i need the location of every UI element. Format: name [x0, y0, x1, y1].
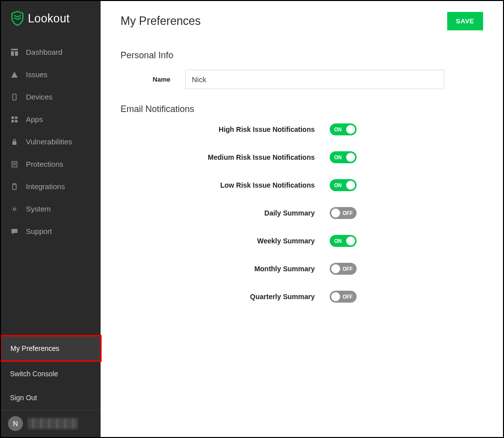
svg-rect-5	[15, 116, 17, 119]
sidebar-item-label: Switch Console	[10, 370, 58, 378]
toggle-state-text: ON	[334, 127, 342, 132]
section-title-email-notifications: Email Notifications	[121, 104, 483, 114]
sidebar-item-switch-console[interactable]: Switch Console	[1, 362, 101, 386]
toggle-row: Low Risk Issue NotificationsON	[121, 179, 483, 191]
dashboard-icon	[11, 49, 19, 56]
toggle-switch[interactable]: OFF	[330, 207, 357, 219]
toggle-state-text: OFF	[343, 211, 353, 216]
toggle-label: Medium Risk Issue Notifications	[121, 153, 315, 161]
toggle-state-text: ON	[334, 155, 342, 160]
toggle-label: Daily Summary	[121, 209, 315, 217]
lock-icon	[11, 138, 19, 145]
svg-rect-9	[12, 161, 17, 167]
nav-main: Dashboard Issues Devices Apps Vulnerabil…	[1, 38, 101, 242]
sidebar-item-issues[interactable]: Issues	[1, 63, 101, 86]
page-title: My Preferences	[121, 14, 201, 28]
sidebar: Lookout Dashboard Issues Devices Apps	[1, 1, 101, 437]
svg-rect-4	[11, 116, 14, 119]
toggle-row: Monthly SummaryOFF	[121, 263, 483, 275]
svg-rect-3	[13, 94, 16, 100]
name-input[interactable]	[185, 70, 444, 89]
logo-row: Lookout	[1, 1, 101, 38]
toggle-switch[interactable]: ON	[330, 151, 357, 163]
svg-rect-1	[11, 51, 14, 56]
warning-icon	[11, 71, 19, 78]
toggle-knob	[331, 292, 340, 301]
toggle-state-text: OFF	[343, 294, 353, 300]
save-button[interactable]: SAVE	[447, 12, 483, 30]
sidebar-item-label: Devices	[26, 93, 52, 101]
svg-rect-0	[11, 49, 18, 50]
toggle-knob	[331, 264, 340, 273]
shield-logo-icon	[11, 11, 24, 26]
phone-icon	[11, 94, 19, 101]
nav-bottom: My Preferences Switch Console Sign Out	[1, 335, 101, 410]
sidebar-item-label: Support	[26, 227, 52, 235]
toggle-state-text: ON	[334, 183, 342, 188]
toggle-switch[interactable]: OFF	[330, 291, 357, 303]
toggle-knob	[331, 209, 340, 218]
sidebar-item-my-preferences[interactable]: My Preferences	[1, 336, 100, 360]
sidebar-item-label: Integrations	[26, 182, 65, 191]
sidebar-item-label: Vulnerabilities	[26, 137, 72, 146]
header-row: My Preferences SAVE	[121, 12, 483, 30]
toggle-switch[interactable]: OFF	[330, 263, 357, 275]
sidebar-item-system[interactable]: System	[1, 198, 101, 220]
sidebar-item-label: Apps	[26, 115, 43, 123]
sidebar-item-devices[interactable]: Devices	[1, 86, 101, 108]
toggles-list: High Risk Issue NotificationsONMedium Ri…	[121, 123, 483, 303]
toggle-switch[interactable]: ON	[330, 179, 357, 191]
sidebar-item-label: Protections	[26, 160, 63, 168]
toggle-row: Quarterly SummaryOFF	[121, 291, 483, 303]
toggle-state-text: OFF	[343, 266, 353, 272]
main-content: My Preferences SAVE Personal Info Name E…	[101, 1, 503, 437]
sidebar-item-label: Sign Out	[10, 394, 37, 402]
username-redacted	[28, 418, 78, 429]
toggle-row: Weekly SummaryON	[121, 235, 483, 247]
toggle-knob	[346, 153, 355, 162]
grid-icon	[11, 116, 19, 123]
toggle-row: High Risk Issue NotificationsON	[121, 123, 483, 135]
toggle-label: Quarterly Summary	[121, 293, 315, 301]
svg-point-14	[13, 208, 15, 210]
integrations-icon	[11, 183, 19, 190]
toggle-state-text: ON	[334, 238, 342, 244]
sidebar-item-vulnerabilities[interactable]: Vulnerabilities	[1, 130, 101, 153]
toggle-label: Low Risk Issue Notifications	[121, 181, 315, 189]
sidebar-item-support[interactable]: Support	[1, 220, 101, 242]
svg-rect-8	[12, 141, 16, 145]
user-row[interactable]: N	[1, 410, 101, 437]
sidebar-item-sign-out[interactable]: Sign Out	[1, 386, 101, 410]
svg-rect-6	[11, 120, 14, 122]
svg-rect-7	[15, 120, 17, 122]
sidebar-item-label: Dashboard	[26, 48, 62, 56]
avatar: N	[8, 416, 23, 431]
toggle-knob	[346, 125, 355, 134]
toggle-label: High Risk Issue Notifications	[121, 125, 315, 133]
section-title-personal-info: Personal Info	[121, 50, 483, 61]
sidebar-item-integrations[interactable]: Integrations	[1, 175, 101, 198]
toggle-switch[interactable]: ON	[330, 235, 357, 247]
gear-icon	[11, 206, 19, 213]
toggle-knob	[346, 236, 355, 245]
field-row-name: Name	[121, 70, 483, 89]
name-label: Name	[121, 76, 170, 83]
sidebar-item-dashboard[interactable]: Dashboard	[1, 41, 101, 63]
toggle-label: Weekly Summary	[121, 237, 315, 245]
toggle-switch[interactable]: ON	[330, 123, 357, 135]
toggle-label: Monthly Summary	[121, 265, 315, 273]
toggle-row: Daily SummaryOFF	[121, 207, 483, 219]
chat-icon	[11, 228, 19, 235]
toggle-knob	[346, 181, 355, 190]
sidebar-item-label: System	[26, 205, 51, 213]
list-icon	[11, 161, 19, 168]
toggle-row: Medium Risk Issue NotificationsON	[121, 151, 483, 163]
brand-name: Lookout	[28, 12, 70, 25]
sidebar-item-label: My Preferences	[10, 344, 59, 352]
sidebar-item-protections[interactable]: Protections	[1, 153, 101, 175]
sidebar-item-apps[interactable]: Apps	[1, 108, 101, 130]
svg-rect-2	[15, 51, 18, 56]
sidebar-item-label: Issues	[26, 70, 47, 79]
